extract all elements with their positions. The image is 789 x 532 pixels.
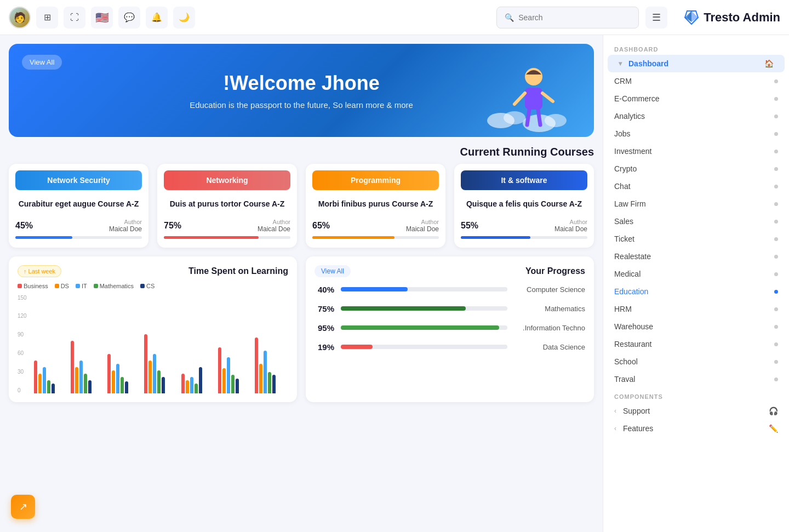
sidebar-dot-icon [774,237,778,241]
sidebar-dot-icon [774,220,778,224]
search-input[interactable] [518,13,631,22]
sidebar-label: Education [614,287,648,296]
sidebar-item-left: Investment [614,147,651,156]
bar [38,374,42,393]
grid-icon: ⊞ [44,12,51,22]
legend-dot-icon [94,284,98,288]
chat-bubble-icon: 💬 [124,12,135,22]
menu-btn[interactable]: ☰ [645,7,667,28]
sidebar-item-left: Ticket [614,234,634,243]
sidebar-item-left: Crypto [614,164,637,173]
moon-icon-btn[interactable]: 🌙 [173,7,195,28]
arrow-icon: ↗ [19,501,27,513]
chart-y-axis: 1501209060300 [18,295,27,393]
sidebar-item-left: Chat [614,182,631,191]
hero-view-all-button[interactable]: View All [22,55,62,70]
bar [227,357,230,393]
bar [52,384,55,393]
legend-dot-icon [55,284,59,288]
sidebar-dot-icon [774,325,778,329]
main-content: View All !Welcome Jhone Education is the… [0,35,603,532]
bar [75,367,78,393]
sidebar-item-school[interactable]: School [603,353,789,370]
course-meta: 55% Author Maical Doe [454,212,594,233]
sidebar-item-warehouse[interactable]: Warehouse [603,318,789,335]
subject-progress-fill [341,306,466,311]
sidebar-item-left: CRM [614,77,632,85]
sidebar-dot-icon [774,360,778,364]
course-card: Networking Duis at purus tortor Course A… [157,164,297,248]
bar [34,361,37,393]
sidebar-item-chat[interactable]: Chat [603,178,789,195]
search-bar: 🔍 [496,7,639,28]
progress-row: 95% .Information Techno [315,323,585,333]
sidebar-item-hrm[interactable]: HRM [603,300,789,318]
sidebar-item-restaurant[interactable]: Restaurant [603,335,789,353]
sidebar-item-support[interactable]: ‹ Support 🎧 [603,402,789,420]
progress-percent: 19% [315,342,334,352]
bar [255,337,258,393]
course-card: Network Security Curabitur eget augue Co… [9,164,148,248]
svg-line-9 [538,110,540,125]
sidebar-item-dashboard[interactable]: ▾ Dashboard 🏠 [608,55,785,72]
bar-group [107,354,141,393]
bar [121,377,124,393]
bar [144,334,147,393]
legend-item: Business [18,283,48,289]
chevron-icon: ‹ [614,407,616,415]
sidebar-item-medical[interactable]: Medical [603,265,789,283]
course-progress-fill [461,236,530,239]
course-author-name: Maical Doe [109,225,142,233]
sidebar-label: Sales [614,217,633,226]
bar [231,375,235,393]
course-author-label: Author [554,219,587,225]
sidebar-item-left: Realestate [614,252,651,261]
sidebar-dot-icon [774,272,778,276]
chart-header: ↑ Last week Time Spent on Learning [18,265,288,277]
sidebar-item-left: ▾ Dashboard [619,59,668,68]
course-progress-bar [15,236,142,239]
sidebar-item-realestate[interactable]: Realestate [603,248,789,265]
bottom-row: ↑ Last week Time Spent on Learning Busin… [9,256,594,402]
sidebar-item-jobs[interactable]: Jobs [603,125,789,142]
sidebar-item-crm[interactable]: CRM [603,72,789,90]
bar-group [218,347,251,393]
sidebar-item-investment[interactable]: Investment [603,142,789,160]
sidebar-label: E-Commerce [614,94,659,103]
sidebar-item-law-firm[interactable]: Law Firm [603,195,789,213]
sidebar-item-education[interactable]: Education [603,283,789,300]
fullscreen-icon: ⛶ [70,13,79,22]
brand-name: Tresto Admin [704,10,780,25]
sidebar-label: Ticket [614,234,634,243]
bar-group [144,334,178,393]
flag-btn[interactable]: 🇺🇸 [91,7,113,28]
bar [88,380,92,393]
sidebar-item-traval[interactable]: Traval [603,370,789,388]
sidebar-item-crypto[interactable]: Crypto [603,160,789,178]
bell-icon-btn[interactable]: 🔔 [146,7,168,28]
sidebar-item-sales[interactable]: Sales [603,213,789,230]
y-axis-label: 120 [18,313,27,319]
sidebar-item-e-commerce[interactable]: E-Commerce [603,90,789,107]
progress-view-all-button[interactable]: View All [315,265,351,277]
sidebar-item-ticket[interactable]: Ticket [603,230,789,248]
svg-point-3 [545,114,567,127]
subject-progress-bar [341,345,507,349]
grid-icon-btn[interactable]: ⊞ [36,7,58,28]
sidebar-item-analytics[interactable]: Analytics [603,107,789,125]
course-percent: 45% [15,221,33,231]
bar-chart: 1501209060300 [18,295,288,393]
legend-item: CS [140,283,155,289]
sidebar-dot-icon [774,290,778,294]
fullscreen-icon-btn[interactable]: ⛶ [64,7,85,28]
chat-icon-btn[interactable]: 💬 [118,7,140,28]
float-action-button[interactable]: ↗ [11,495,35,519]
progress-title: Your Progress [525,266,585,276]
course-name: Curabitur eget augue Course A-Z [9,197,148,212]
bar-group [71,341,104,393]
subject-name: .Information Techno [514,324,585,332]
avatar[interactable]: 🧑 [9,7,31,28]
sidebar-item-features[interactable]: ‹ Features ✏️ [603,420,789,437]
sidebar-dot-icon [774,132,778,136]
svg-point-1 [504,111,525,124]
